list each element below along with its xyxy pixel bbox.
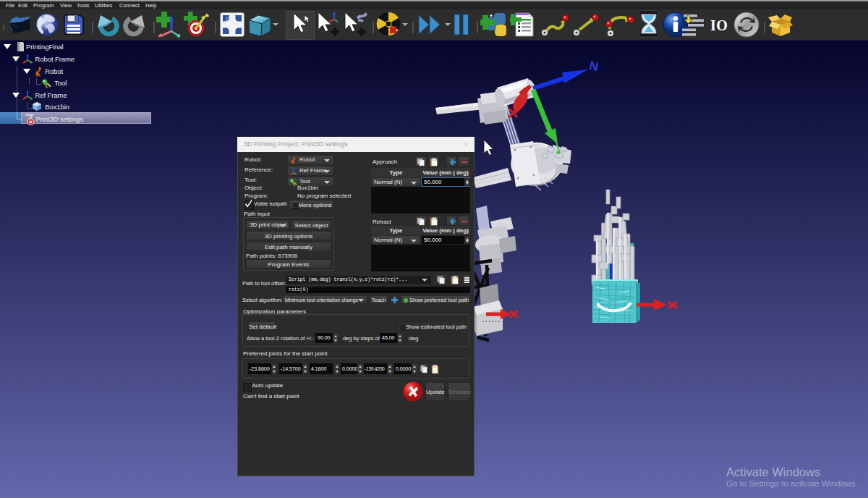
svg-text:N: N bbox=[588, 59, 600, 74]
